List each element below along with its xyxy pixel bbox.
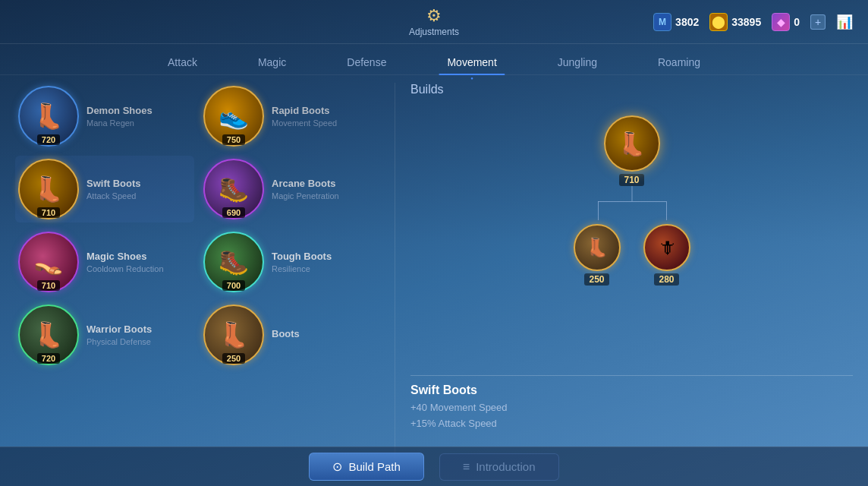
item-demon-shoes-cost: 720 bbox=[37, 134, 60, 145]
blue-currency: M 3802 bbox=[653, 13, 699, 31]
item-swift-boots[interactable]: 👢 710 Swift Boots Attack Speed bbox=[15, 156, 194, 222]
item-rapid-boots-stat: Movement Speed bbox=[272, 118, 376, 128]
blue-currency-icon: M bbox=[653, 13, 671, 31]
tab-magic[interactable]: Magic bbox=[228, 50, 316, 74]
item-tough-boots-info: Tough Boots Resilience bbox=[272, 251, 376, 274]
item-boots-cost: 250 bbox=[222, 353, 245, 364]
item-boots[interactable]: 👢 250 Boots bbox=[200, 301, 379, 368]
item-warrior-boots-name: Warrior Boots bbox=[86, 323, 191, 336]
item-tough-boots[interactable]: 🥾 700 Tough Boots Resilience bbox=[200, 229, 379, 295]
item-tough-boots-icon-wrap: 🥾 700 bbox=[203, 232, 264, 292]
top-bar: ⚙ Adjustments M 3802 ⬤ 33895 ◆ 0 + 📊 bbox=[0, 0, 868, 44]
build-children: 👢 250 🗡 280 bbox=[574, 224, 690, 286]
item-magic-shoes-info: Magic Shoes Cooldown Reduction bbox=[86, 251, 191, 274]
build-path-button[interactable]: ⊙ Build Path bbox=[309, 453, 423, 481]
build-path-icon: ⊙ bbox=[332, 459, 342, 474]
detail-divider bbox=[410, 375, 853, 376]
tree-connectors bbox=[564, 186, 700, 224]
item-swift-boots-icon-wrap: 👢 710 bbox=[18, 159, 79, 219]
item-rapid-boots[interactable]: 👟 750 Rapid Boots Movement Speed bbox=[200, 83, 379, 150]
diamond-icon-symbol: ◆ bbox=[777, 16, 785, 28]
item-tough-boots-name: Tough Boots bbox=[272, 251, 376, 264]
gold-currency-icon: ⬤ bbox=[709, 13, 728, 31]
item-detail: Swift Boots +40 Movement Speed +15% Atta… bbox=[410, 375, 853, 432]
item-demon-shoes-icon-wrap: 👢 720 bbox=[18, 86, 79, 147]
item-demon-shoes-name: Demon Shoes bbox=[86, 105, 191, 118]
gold-icon-symbol: ⬤ bbox=[712, 14, 725, 29]
chart-icon: 📊 bbox=[836, 14, 853, 30]
item-magic-shoes-cost: 710 bbox=[37, 280, 60, 291]
bottom-bar: ⊙ Build Path ≡ Introduction bbox=[0, 447, 868, 486]
build-tree: 👢 710 👢 250 bbox=[410, 108, 853, 286]
item-arcane-boots-name: Arcane Boots bbox=[272, 178, 376, 191]
item-tough-boots-cost: 700 bbox=[222, 280, 245, 291]
tab-jungling[interactable]: Jungling bbox=[527, 50, 627, 74]
item-arcane-boots-info: Arcane Boots Magic Penetration bbox=[272, 178, 376, 201]
tree-vertical-top bbox=[631, 186, 632, 201]
item-warrior-boots-icon-wrap: 👢 720 bbox=[18, 305, 79, 365]
tab-defense[interactable]: Defense bbox=[316, 50, 417, 74]
item-swift-boots-cost: 710 bbox=[37, 207, 60, 218]
item-warrior-boots[interactable]: 👢 720 Warrior Boots Physical Defense bbox=[15, 301, 194, 368]
main-content: 👢 720 Demon Shoes Mana Regen 👟 750 bbox=[0, 75, 868, 474]
adjustments-label: Adjustments bbox=[409, 27, 459, 37]
item-boots-name: Boots bbox=[272, 328, 376, 341]
item-magic-shoes-name: Magic Shoes bbox=[86, 251, 191, 264]
diamond-currency-value: 0 bbox=[794, 16, 800, 28]
item-warrior-boots-info: Warrior Boots Physical Defense bbox=[86, 323, 191, 347]
gold-currency-value: 33895 bbox=[731, 16, 761, 28]
item-arcane-boots[interactable]: 🥾 690 Arcane Boots Magic Penetration bbox=[200, 156, 379, 222]
gold-currency: ⬤ 33895 bbox=[709, 13, 761, 31]
item-arcane-boots-cost: 690 bbox=[222, 207, 245, 218]
tree-horizontal-bar bbox=[598, 201, 666, 202]
item-rapid-boots-cost: 750 bbox=[222, 134, 245, 145]
adjustments-icon: ⚙ bbox=[426, 6, 442, 26]
build-node-child-1-icon: 👢 bbox=[574, 224, 621, 271]
item-magic-shoes-icon-wrap: 👡 710 bbox=[18, 232, 79, 292]
build-node-top: 👢 710 bbox=[604, 115, 660, 186]
diamond-currency: ◆ 0 bbox=[772, 13, 800, 31]
item-arcane-boots-icon-wrap: 🥾 690 bbox=[203, 159, 264, 219]
tab-roaming[interactable]: Roaming bbox=[627, 50, 731, 74]
item-swift-boots-name: Swift Boots bbox=[86, 178, 191, 191]
tab-attack[interactable]: Attack bbox=[137, 50, 228, 74]
item-boots-info: Boots bbox=[272, 328, 376, 342]
item-warrior-boots-stat: Physical Defense bbox=[86, 337, 191, 346]
item-swift-boots-stat: Attack Speed bbox=[86, 191, 191, 200]
build-node-child-1-cost: 250 bbox=[584, 273, 609, 286]
detail-item-name: Swift Boots bbox=[410, 383, 853, 397]
build-node-top-cost: 710 bbox=[619, 174, 643, 186]
introduction-label: Introduction bbox=[476, 460, 535, 473]
builds-title: Builds bbox=[410, 83, 853, 96]
nav-tabs: Attack Magic Defense Movement Jungling R… bbox=[0, 44, 868, 75]
item-rapid-boots-icon-wrap: 👟 750 bbox=[203, 86, 264, 147]
item-magic-shoes-stat: Cooldown Reduction bbox=[86, 264, 191, 273]
item-warrior-boots-cost: 720 bbox=[37, 353, 60, 364]
plus-button[interactable]: + bbox=[810, 14, 826, 30]
diamond-currency-icon: ◆ bbox=[772, 13, 790, 31]
blue-icon-letter: M bbox=[659, 17, 666, 27]
blue-currency-value: 3802 bbox=[675, 16, 699, 28]
item-arcane-boots-stat: Magic Penetration bbox=[272, 191, 376, 200]
tree-branch-left bbox=[598, 201, 599, 220]
item-boots-icon-wrap: 👢 250 bbox=[203, 305, 264, 365]
build-node-child-1: 👢 250 bbox=[574, 224, 621, 286]
item-rapid-boots-info: Rapid Boots Movement Speed bbox=[272, 105, 376, 128]
build-node-child-2-cost: 280 bbox=[654, 273, 678, 286]
currency-bar: M 3802 ⬤ 33895 ◆ 0 + 📊 bbox=[653, 13, 853, 31]
item-list: 👢 720 Demon Shoes Mana Regen 👟 750 bbox=[0, 75, 395, 474]
item-demon-shoes-stat: Mana Regen bbox=[86, 118, 191, 128]
item-rapid-boots-name: Rapid Boots bbox=[272, 105, 376, 118]
build-path-label: Build Path bbox=[348, 460, 400, 473]
tree-branch-right bbox=[666, 201, 667, 220]
adjustments-section: ⚙ Adjustments bbox=[409, 6, 459, 37]
tab-movement[interactable]: Movement bbox=[417, 50, 527, 74]
item-tough-boots-stat: Resilience bbox=[272, 264, 376, 273]
detail-item-stat-2: +15% Attack Speed bbox=[410, 416, 853, 432]
item-demon-shoes[interactable]: 👢 720 Demon Shoes Mana Regen bbox=[15, 83, 194, 150]
item-swift-boots-info: Swift Boots Attack Speed bbox=[86, 178, 191, 201]
item-demon-shoes-info: Demon Shoes Mana Regen bbox=[86, 105, 191, 128]
item-magic-shoes[interactable]: 👡 710 Magic Shoes Cooldown Reduction bbox=[15, 229, 194, 295]
introduction-button[interactable]: ≡ Introduction bbox=[439, 453, 559, 481]
build-node-child-2: 🗡 280 bbox=[643, 224, 690, 286]
